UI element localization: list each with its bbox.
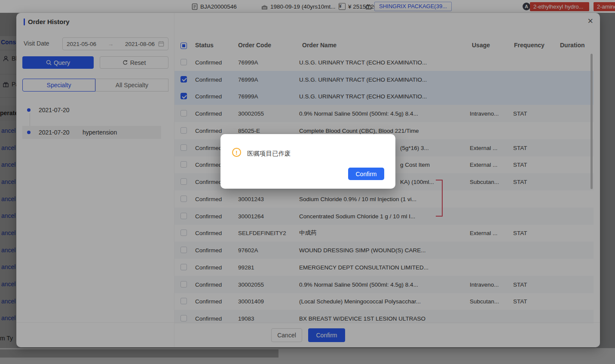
alert-message: 医嘱项目已作废 bbox=[247, 150, 291, 158]
app-root: Consu Bl Pa perate ancelancelancelancela… bbox=[0, 0, 615, 364]
warning-icon: ! bbox=[232, 148, 241, 157]
alert-confirm-button[interactable]: Confirm bbox=[348, 168, 384, 180]
alert-dialog: ! 医嘱项目已作废 Confirm bbox=[220, 134, 395, 189]
